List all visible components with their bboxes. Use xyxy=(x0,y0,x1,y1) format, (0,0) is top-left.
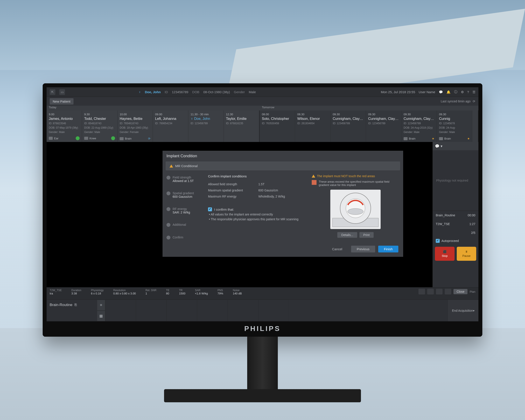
dialog-steps: Field strengthAllowed at 1.5TSpatial gra… xyxy=(167,174,204,240)
warning-icon xyxy=(312,175,315,178)
param-tool-3[interactable] xyxy=(436,289,442,294)
schedule-card[interactable]: 12.30 Taylor, Emilie ID: 876816235 xyxy=(224,111,259,142)
finish-button[interactable]: Finish xyxy=(378,246,398,252)
cancel-button[interactable]: Cancel xyxy=(326,246,348,252)
monitor: ⇱ ▭ ♀ Doe, John ID 123456789 DOB 08-Oct-… xyxy=(43,83,482,337)
dob-value: 08-Oct-1980 (38y) xyxy=(203,90,230,94)
dialog-kv-row: Allowed field strength1.5T xyxy=(208,181,307,187)
seq-time: 00:00 xyxy=(468,214,475,217)
scan-parameters: T2W_TSEtra Duration3:38 Physiology6 x 0.… xyxy=(47,287,478,299)
schedule-strip: Today 9.00 James, Antonio ID: 876823546 … xyxy=(47,106,478,142)
seq2-time: 1:27 xyxy=(469,222,475,226)
header-bar: ⇱ ▭ ♀ Doe, John ID 123456789 DOB 08-Oct-… xyxy=(47,87,478,97)
dialog-right: The implant must NOT touch the red areas… xyxy=(312,174,399,240)
monitor-stand xyxy=(247,337,278,389)
toolbar: New Patient Last synced 6min ago ⟳ xyxy=(47,97,478,106)
autoproceed-checkbox[interactable] xyxy=(436,239,440,243)
previous-button[interactable]: Previous xyxy=(351,246,375,252)
seq2-name: T2W_TSE xyxy=(436,222,450,226)
info-text: These areas exceed the specified maximum… xyxy=(319,180,399,187)
schedule-card[interactable]: 9.30 Todd, Chester ID: 654816743 DOB: 22… xyxy=(82,111,117,142)
confirm-checkbox[interactable] xyxy=(208,207,212,211)
help-icon[interactable]: ? xyxy=(467,90,469,94)
window-icon[interactable]: ▭ xyxy=(59,89,65,95)
close-button[interactable]: Close xyxy=(453,289,468,294)
autoproceed-label: Autoproceed xyxy=(441,239,459,243)
monitor-base xyxy=(164,389,361,402)
menu-icon[interactable]: ☰ xyxy=(472,90,475,94)
patient-icon: ♀ xyxy=(139,90,141,94)
last-sync-text: Last synced 6min ago xyxy=(441,100,470,103)
details-button[interactable]: Details... xyxy=(337,232,357,238)
dialog-step[interactable]: RF energySAR: 2 W/kg xyxy=(167,207,204,214)
pin-icon[interactable]: ⇱ xyxy=(50,89,55,95)
user-name[interactable]: User Name xyxy=(419,90,435,94)
dialog-step[interactable]: Spatial gradient600 Gauss/cm xyxy=(167,191,204,198)
footer-bar: Brain-Routine ⎘ ≡ ▦ End Acquisition ▾ xyxy=(47,299,478,321)
refresh-icon[interactable]: ⟳ xyxy=(473,100,475,103)
chat-icon[interactable]: 💬 xyxy=(439,90,443,94)
dialog-badge: MR Conditional xyxy=(166,161,400,170)
dialog-title: Implant Condition xyxy=(162,151,403,161)
seq-name: Brain_Routine xyxy=(436,214,455,217)
confirm-label: I confirm that: xyxy=(214,208,234,211)
monitor-brand: PHILIPS xyxy=(43,325,482,333)
schedule-card[interactable]: 08.30 Wilson, Elenor ID: 261934654 xyxy=(295,111,330,142)
app-screen: ⇱ ▭ ♀ Doe, John ID 123456789 DOB 08-Oct-… xyxy=(47,87,478,321)
id-label: ID xyxy=(165,90,168,94)
view-list-icon[interactable]: ≡ xyxy=(97,300,105,311)
gear-icon[interactable]: ⚙ xyxy=(461,90,464,94)
schedule-card[interactable]: 08.00 Soto, Christopher ID: 763530459 xyxy=(260,111,295,142)
schedule-card[interactable]: 09.30 Cunnigham, Clayton ID: 123456789 D… xyxy=(401,111,437,142)
dialog-step[interactable]: Additional xyxy=(167,223,204,227)
stop-button[interactable]: ⬛Stop xyxy=(435,247,455,261)
param-tool-4[interactable] xyxy=(445,289,451,294)
warning-icon xyxy=(169,165,173,168)
dialog-step[interactable]: Field strengthAllowed at 1.5T xyxy=(167,176,204,183)
patient-name: Doe, John xyxy=(145,90,161,94)
protocol-icon[interactable]: ⎘ xyxy=(75,303,77,318)
dialog-step[interactable]: Confirm xyxy=(167,236,204,240)
protocol-name: Brain-Routine xyxy=(50,303,72,318)
schedule-card[interactable]: 09.30 Cunnig ID: 12345678 DOB: 24-Aug- G… xyxy=(437,111,472,142)
id-value: 123456789 xyxy=(172,90,188,94)
end-acquisition-button[interactable]: End Acquisition ▾ xyxy=(448,300,478,321)
chat-dropdown[interactable]: 💬 ▾ xyxy=(433,142,478,150)
pause-button[interactable]: ⏸Pause xyxy=(457,247,477,261)
print-button[interactable]: Print xyxy=(359,232,374,238)
dob-label: DOB xyxy=(192,90,199,94)
today-label: Today xyxy=(49,106,56,109)
dialog-kv-row: Maximum RF energyWholeBody, 2 W/kg xyxy=(208,193,307,199)
physiology-status: Physiology not required xyxy=(433,150,478,211)
schedule-card[interactable]: 09.30 Cunnigham, Clayton ID: 123456789 xyxy=(366,111,401,142)
dialog-main: Confirm implant conditions Allowed field… xyxy=(208,174,307,240)
notification-icon[interactable]: 🔔 xyxy=(446,90,451,94)
right-rail: 💬 ▾ Physiology not required Brain_Routin… xyxy=(432,142,478,287)
info-icon[interactable]: ⓘ xyxy=(454,90,457,94)
main-area: 💬 ▾ Physiology not required Brain_Routin… xyxy=(47,142,478,287)
schedule-card[interactable]: 9.00 James, Antonio ID: 876823546 DOB: 0… xyxy=(47,111,82,142)
dialog-kv-row: Maximum spatial gradient600 Gauss/cm xyxy=(208,187,307,193)
warn-text: The implant must NOT touch the red areas xyxy=(317,174,375,178)
red-swatch xyxy=(312,180,317,185)
dialog-heading: Confirm implant conditions xyxy=(208,174,307,178)
plan-label[interactable]: Plan xyxy=(470,290,475,293)
datetime: Mon 25, Jul 2018 23:55 xyxy=(381,90,415,94)
implant-condition-dialog: Implant Condition MR Conditional Field s… xyxy=(162,151,403,257)
param-tool-2[interactable] xyxy=(427,289,434,294)
confirm-bullet-2: • The responsible physician approves thi… xyxy=(208,216,307,221)
view-grid-icon[interactable]: ▦ xyxy=(97,311,105,322)
schedule-card[interactable]: 09.00 Left, Johanna ID: 789654234 xyxy=(153,111,188,142)
new-patient-button[interactable]: New Patient xyxy=(50,98,74,104)
svg-point-3 xyxy=(347,208,363,215)
seq-count: 2/5 xyxy=(471,231,475,234)
scanner-illustration xyxy=(330,190,381,229)
svg-point-2 xyxy=(346,199,365,218)
schedule-card[interactable]: 09.30 Cunnigham, Clayton ID: 123456789 xyxy=(330,111,366,142)
sequence-slots[interactable] xyxy=(105,300,448,321)
schedule-card[interactable]: 10.00 Haynes, Bettie ID: 7654816743 DOB:… xyxy=(117,111,153,142)
param-tool-1[interactable] xyxy=(419,289,425,294)
schedule-card[interactable]: 11.30 - 30 min ♀ Doe, John ID: 123456789 xyxy=(188,111,224,142)
gender-value: Male xyxy=(249,90,256,94)
confirm-bullet-1: • All values for the implant are entered… xyxy=(208,211,307,216)
